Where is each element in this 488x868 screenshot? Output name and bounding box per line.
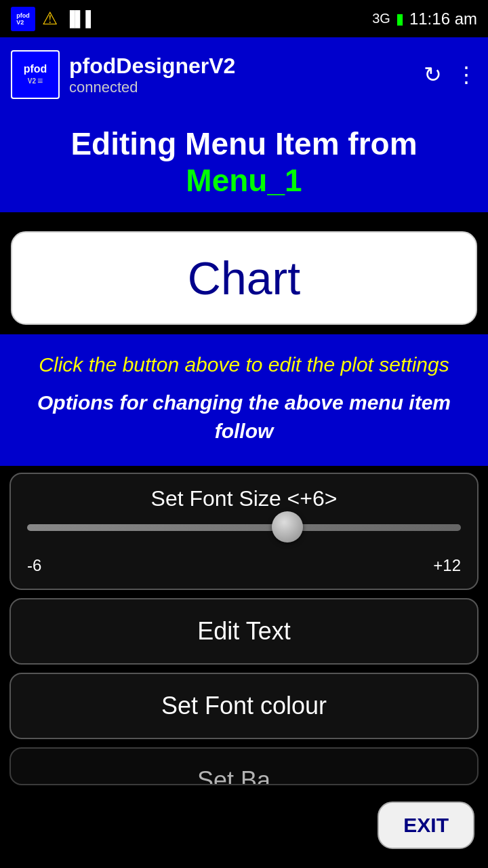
more-icon: ⋮ — [455, 62, 477, 87]
app-bar-left: pfod V2≡ pfodDesignerV2 connected — [11, 50, 235, 99]
exit-label: EXIT — [403, 814, 449, 836]
logo-text-v2: V2≡ — [28, 75, 43, 86]
signal-bars: ▐▌▌ — [64, 10, 96, 28]
status-left: pfodV2 ⚠ ▐▌▌ — [11, 7, 96, 31]
chart-button-label: Chart — [188, 252, 300, 304]
app-title-area: pfodDesignerV2 connected — [69, 54, 235, 96]
slider-track-container[interactable] — [27, 524, 461, 532]
status-bar: pfodV2 ⚠ ▐▌▌ 3G ▮ 11:16 am — [0, 0, 488, 37]
slider-min: -6 — [27, 556, 41, 575]
app-title: pfodDesignerV2 — [69, 54, 235, 79]
font-size-slider-card: Set Font Size <+6> -6 +12 — [9, 473, 479, 590]
slider-thumb[interactable] — [272, 511, 303, 542]
app-bar: pfod V2≡ pfodDesignerV2 connected ↻ ⋮ — [0, 37, 488, 112]
more-options-button[interactable]: ⋮ — [455, 62, 477, 87]
pfod-logo: pfod V2≡ — [11, 50, 60, 99]
set-font-colour-label: Set Font colour — [161, 692, 327, 719]
refresh-button[interactable]: ↻ — [424, 62, 442, 87]
click-info-text: Click the button above to edit the plot … — [20, 351, 468, 379]
app-bar-right: ↻ ⋮ — [424, 62, 477, 87]
network-type: 3G — [372, 11, 390, 26]
battery-icon: ▮ — [396, 10, 404, 28]
info-section: Click the button above to edit the plot … — [0, 334, 488, 466]
logo-text-pfod: pfod — [24, 63, 47, 75]
time-display: 11:16 am — [409, 9, 477, 28]
options-info-text: Options for changing the above menu item… — [20, 389, 468, 446]
partial-button[interactable]: Set Ba... — [9, 747, 479, 785]
refresh-icon: ↻ — [424, 62, 442, 87]
editing-title: Editing Menu Item from — [11, 125, 477, 162]
warning-icon: ⚠ — [42, 8, 58, 29]
edit-text-button[interactable]: Edit Text — [9, 598, 479, 665]
set-font-colour-button[interactable]: Set Font colour — [9, 673, 479, 739]
controls-section: Set Font Size <+6> -6 +12 Edit Text Set … — [0, 466, 488, 792]
font-size-label: Set Font Size <+6> — [27, 486, 461, 511]
slider-track — [27, 524, 461, 531]
exit-button[interactable]: EXIT — [378, 802, 474, 849]
partial-button-label: Set Ba... — [197, 766, 291, 785]
pfod-small-icon: pfodV2 — [11, 7, 35, 31]
separator-1 — [0, 212, 488, 222]
chart-button-area: Chart — [0, 222, 488, 334]
status-right: 3G ▮ 11:16 am — [372, 9, 477, 28]
slider-range: -6 +12 — [27, 556, 461, 575]
app-subtitle: connected — [69, 79, 235, 96]
chart-button[interactable]: Chart — [11, 231, 477, 325]
editing-header: Editing Menu Item from Menu_1 — [0, 112, 488, 212]
editing-menu-name: Menu_1 — [11, 162, 477, 199]
edit-text-label: Edit Text — [197, 617, 290, 645]
slider-max: +12 — [433, 556, 461, 575]
